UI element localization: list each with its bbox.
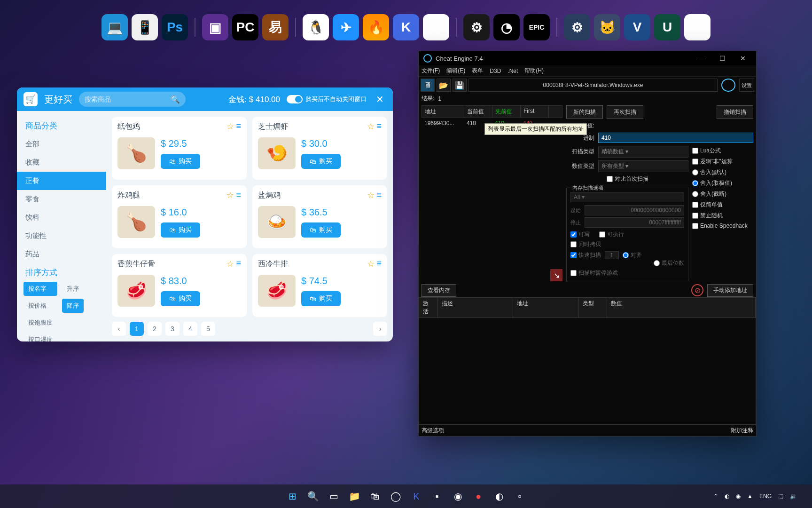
star-icon[interactable]: ☆ (226, 121, 234, 132)
add-to-list-icon[interactable]: ↘ (550, 269, 562, 281)
lastbits-radio[interactable]: 最后位数 (654, 259, 684, 267)
page-prev[interactable]: ‹ (112, 322, 126, 336)
dock-flame[interactable]: 🔥 (363, 14, 389, 40)
page-number[interactable]: 4 (183, 322, 197, 336)
ce-taskbar-button[interactable]: ◐ (490, 487, 508, 505)
start-input[interactable] (585, 205, 684, 215)
maximize-button[interactable]: ☐ (714, 53, 731, 64)
sort-by-item[interactable]: 按名字 (23, 282, 57, 296)
tray-icon-3[interactable]: ▲ (747, 493, 753, 500)
dock-yi[interactable]: 易 (262, 14, 289, 40)
dock-app-13[interactable]: ◔ (493, 14, 520, 40)
terminal-button[interactable]: ▪ (428, 487, 446, 505)
buy-button[interactable]: 🛍购买 (301, 154, 341, 169)
col-current[interactable]: 当前值 (464, 106, 492, 118)
new-scan-button[interactable]: 新的扫描 (566, 105, 603, 119)
col-desc[interactable]: 描述 (438, 298, 513, 318)
star-icon[interactable]: ☆ (226, 259, 234, 269)
search-button[interactable]: 🔍 (304, 487, 322, 505)
start-button[interactable]: ⊞ (283, 487, 301, 505)
buy-button[interactable]: 🛍购买 (301, 291, 341, 306)
not-checkbox[interactable]: 逻辑"非"运算 (692, 158, 753, 166)
view-memory-button[interactable]: 查看内存 (422, 284, 456, 297)
undo-scan-button[interactable]: 撤销扫描 (717, 105, 753, 119)
open-button[interactable]: 📂 (437, 79, 451, 92)
buy-button[interactable]: 🛍购买 (161, 154, 200, 169)
buy-button[interactable]: 🛍购买 (161, 222, 200, 238)
next-scan-button[interactable]: 再次扫描 (607, 105, 643, 119)
stop-input[interactable] (585, 217, 684, 228)
dock-gear[interactable]: ⚙ (564, 14, 590, 40)
chrome-button[interactable]: ◯ (387, 487, 405, 505)
page-number[interactable]: 2 (148, 322, 162, 336)
page-number[interactable]: 1 (130, 322, 144, 336)
ce-titlebar[interactable]: Cheat Engine 7.4 — ☐ ✕ (419, 51, 756, 65)
task-view-button[interactable]: ▭ (325, 487, 343, 505)
page-number[interactable]: 5 (201, 322, 215, 336)
category-item[interactable]: 药品 (17, 245, 106, 263)
col-type[interactable]: 类型 (579, 298, 607, 318)
tray-icon-1[interactable]: ◐ (725, 493, 729, 500)
scan-type-select[interactable]: 精确数值 ▾ (598, 146, 688, 158)
advanced-options[interactable]: 高级选项 (422, 427, 444, 435)
add-comment[interactable]: 附加注释 (731, 427, 753, 435)
lua-checkbox[interactable]: Lua公式 (692, 147, 753, 155)
mem-range-select[interactable]: All ▾ (570, 192, 684, 202)
dock-recycle[interactable]: ♻ (684, 14, 710, 40)
menu-icon[interactable]: ≡ (236, 190, 241, 200)
dock-u[interactable]: U (654, 14, 680, 40)
save-button[interactable]: 💾 (453, 79, 467, 92)
search-input[interactable] (85, 95, 167, 103)
sort-by-item[interactable]: 按口渴度 (23, 333, 57, 341)
copy-checkbox[interactable]: 同时拷贝 (570, 240, 684, 248)
sort-by-item[interactable]: 按价格 (23, 299, 57, 313)
app-taskbar-button[interactable]: ▫ (511, 487, 529, 505)
page-number[interactable]: 3 (165, 322, 180, 336)
writable-checkbox[interactable]: 可写 (570, 230, 590, 238)
menu-icon[interactable]: ≡ (236, 259, 241, 269)
col-value[interactable]: 数值 (607, 298, 756, 318)
star-icon[interactable]: ☆ (367, 121, 375, 132)
sort-dir-item[interactable]: 降序 (62, 299, 84, 313)
align-radio[interactable]: 对齐 (623, 251, 642, 259)
dock-chrome[interactable]: ⬤ (423, 14, 449, 40)
tray-chevron-icon[interactable]: ⌃ (713, 493, 718, 500)
record-button[interactable]: ● (469, 487, 487, 505)
toggle-switch[interactable] (287, 95, 303, 103)
dock-k[interactable]: K (393, 14, 419, 40)
col-previous[interactable]: 先前值 (492, 106, 521, 118)
minimize-button[interactable]: — (693, 53, 710, 64)
speedhack-checkbox[interactable]: Enable Speedhack (692, 222, 753, 229)
star-icon[interactable]: ☆ (367, 259, 375, 269)
menu-d3d[interactable]: D3D (490, 68, 501, 74)
close-button[interactable]: ✕ (734, 53, 751, 64)
col-address[interactable]: 地址 (422, 106, 464, 118)
search-icon[interactable]: 🔍 (171, 95, 180, 104)
menu-net[interactable]: .Net (508, 68, 518, 74)
menu-table[interactable]: 表单 (472, 67, 483, 75)
simple-checkbox[interactable]: 仅简单值 (692, 201, 753, 209)
no-icon[interactable]: ⊘ (691, 284, 703, 296)
dock-visualstudio[interactable]: ▣ (202, 14, 228, 40)
executable-checkbox[interactable]: 可执行 (599, 230, 624, 238)
star-icon[interactable]: ☆ (226, 190, 234, 200)
dock-app-1[interactable]: 💻 (102, 14, 128, 40)
col-active[interactable]: 激活 (419, 298, 438, 318)
store-button[interactable]: 🛍 (366, 487, 384, 505)
buy-button[interactable]: 🛍购买 (301, 222, 341, 238)
dock-app-2[interactable]: 📱 (132, 14, 158, 40)
category-item[interactable]: 正餐 (17, 172, 106, 190)
tray-lang[interactable]: ENG (759, 493, 772, 500)
menu-file[interactable]: 文件(F) (422, 67, 440, 75)
settings-button[interactable]: 设置 (739, 79, 754, 92)
select-process-button[interactable]: 🖥 (421, 79, 435, 92)
menu-icon[interactable]: ≡ (376, 190, 382, 200)
steam-button[interactable]: ◉ (449, 487, 467, 505)
search-box[interactable]: 🔍 (79, 92, 186, 107)
category-item[interactable]: 饮料 (17, 208, 106, 227)
col-addr[interactable]: 地址 (513, 298, 579, 318)
close-button[interactable]: ✕ (373, 93, 386, 106)
menu-icon[interactable]: ≡ (236, 121, 241, 132)
norandom-checkbox[interactable]: 禁止随机 (692, 212, 753, 220)
tray-icon-2[interactable]: ◉ (736, 493, 741, 500)
